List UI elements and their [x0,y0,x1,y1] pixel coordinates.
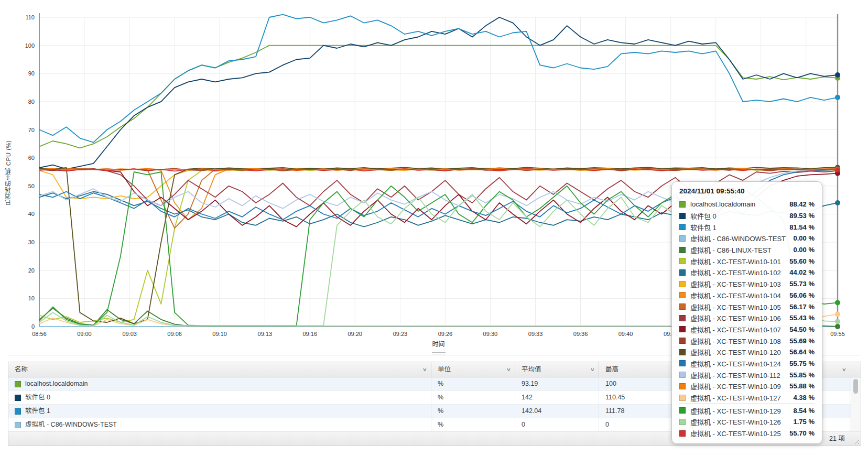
column-header-名称[interactable]: 名称∨ [8,362,431,377]
tooltip-series-label: 虚拟机 - XC-TEST-Win10-112 [690,370,789,380]
series-point-marker [835,319,840,324]
x-tick-label: 09:16 [303,331,318,337]
tooltip-row: 虚拟机 - XC-TEST-Win10-10244.02 % [679,267,815,278]
tooltip-series-value: 88.42 % [789,200,815,208]
tooltip-series-label: localhost.localdomain [690,200,789,208]
chevron-down-icon[interactable]: ∨ [506,362,511,377]
tooltip-series-value: 56.17 % [789,303,815,311]
tooltip-series-value: 55.88 % [789,382,815,390]
tooltip-series-value: 55.73 % [789,280,815,288]
resize-grip-icon[interactable] [853,438,859,444]
tooltip-series-label: 虚拟机 - C86-LINUX-TEST [690,245,794,255]
series-color-swatch [679,235,686,242]
name-cell: 软件包 0 [8,391,431,404]
y-tick-label: 20 [28,267,35,274]
tooltip-row: 虚拟机 - C86-LINUX-TEST0.00 % [679,244,815,256]
x-tick-label: 08:56 [32,331,47,337]
tooltip-series-value: 55.75 % [789,360,815,367]
series-color-swatch [679,303,686,310]
series-color-swatch [679,395,686,401]
max-cell: 100 [599,377,683,390]
column-header-label: 平均值 [522,362,541,377]
chevron-down-icon[interactable]: ∨ [422,362,427,377]
y-axis-title: 已消耗的主机 CPU (%) [4,79,13,267]
y-tick-label: 70 [28,127,35,133]
name-cell: 虚拟机 - C86-WINDOWS-TEST [8,418,431,431]
column-header-label: 最高 [605,362,619,377]
tooltip-series-label: 虚拟机 - XC-TEST-Win10-107 [690,324,789,334]
tooltip-row: 虚拟机 - XC-TEST-Win10-1298.54 % [679,405,815,416]
tooltip-row: 虚拟机 - XC-TEST-Win10-12455.75 % [679,358,815,370]
y-tick-label: 110 [25,14,35,20]
chart-tooltip: 2024/11/01 09:55:40 localhost.localdomai… [671,181,822,444]
scrollbar-thumb[interactable] [853,379,858,394]
column-header-单位[interactable]: 单位∨ [431,362,515,377]
series-point-marker [835,324,840,329]
series-color-swatch [679,269,686,276]
unit-cell: % [431,377,515,390]
tooltip-row: 虚拟机 - XC-TEST-Win10-12056.64 % [679,346,815,358]
tooltip-series-label: 虚拟机 - XC-TEST-Win10-108 [690,336,789,346]
series-color-swatch [679,383,686,389]
tooltip-series-value: 4.38 % [794,394,815,401]
x-tick-label: 09:03 [122,331,137,337]
x-tick-label: 09:13 [258,331,273,337]
series-name: localhost.localdomain [25,377,88,390]
max-cell: 111.78 [599,405,683,418]
tooltip-row: 虚拟机 - XC-TEST-Win10-10955.88 % [679,381,815,392]
series-point-marker [835,95,840,100]
tooltip-series-label: 软件包 1 [690,222,789,232]
name-cell: 软件包 1 [8,405,431,418]
series-color-swatch [679,213,686,219]
y-tick-label: 10 [28,295,35,301]
performance-chart-view: 已消耗的主机 CPU (%) 0102030405060708090100110… [0,0,868,456]
tooltip-row: 虚拟机 - C86-WINDOWS-TEST0.00 % [679,233,815,244]
tooltip-row: 软件包 181.54 % [679,221,815,233]
tooltip-row: 虚拟机 - XC-TEST-Win10-10855.69 % [679,335,815,346]
tooltip-series-label: 虚拟机 - XC-TEST-Win10-125 [690,428,789,438]
series-point-marker [835,311,840,317]
avg-cell: 93.19 [515,377,599,390]
tooltip-series-value: 56.06 % [789,291,815,299]
series-point-marker [835,300,840,305]
tooltip-series-value: 0.00 % [794,234,815,242]
series-color-swatch [679,258,686,264]
series-color-swatch [679,315,686,321]
tooltip-row: 虚拟机 - XC-TEST-Win10-10355.73 % [679,278,815,290]
y-tick-label: 40 [28,211,35,217]
tooltip-series-label: 虚拟机 - XC-TEST-Win10-120 [690,347,789,357]
x-tick-label: 09:20 [348,331,362,337]
series-color-swatch [679,292,686,298]
series-color-swatch [679,407,686,414]
tooltip-row: 软件包 089.53 % [679,210,815,222]
x-tick-label: 09:10 [212,331,227,337]
table-scrollbar[interactable] [851,377,861,431]
series-name: 软件包 0 [25,391,50,404]
tooltip-series-label: 虚拟机 - XC-TEST-Win10-127 [690,393,794,403]
unit-cell: % [431,405,515,418]
tooltip-row: 虚拟机 - XC-TEST-Win10-1274.38 % [679,392,815,404]
chevron-down-icon[interactable]: ∨ [842,362,847,377]
x-axis-title: 时间 [432,341,444,348]
chevron-down-icon[interactable]: ∨ [590,362,595,377]
avg-cell: 0 [515,418,599,431]
tooltip-series-label: 虚拟机 - XC-TEST-Win10-102 [690,267,789,277]
tooltip-series-label: 虚拟机 - XC-TEST-Win10-109 [690,381,789,391]
series-color-swatch [15,395,21,401]
avg-cell: 142 [515,391,599,404]
series-color-swatch [679,281,686,287]
series-name: 软件包 1 [25,405,50,418]
column-header-平均值[interactable]: 平均值∨ [515,362,599,377]
tooltip-row: 虚拟机 - XC-TEST-Win10-10155.60 % [679,255,815,267]
series-point-marker [835,200,840,205]
series-color-swatch [679,247,686,253]
tooltip-series-value: 81.54 % [789,223,815,231]
y-tick-label: 100 [25,42,35,49]
column-header-label: 名称 [15,362,28,377]
unit-cell: % [431,418,515,431]
tooltip-series-label: 虚拟机 - XC-TEST-Win10-103 [690,279,789,289]
tooltip-series-label: 虚拟机 - XC-TEST-Win10-124 [690,359,789,368]
tooltip-row: 虚拟机 - XC-TEST-Win10-10556.17 % [679,301,815,312]
column-header-最高[interactable]: 最高 [599,362,683,377]
x-tick-label: 09:36 [573,331,588,337]
